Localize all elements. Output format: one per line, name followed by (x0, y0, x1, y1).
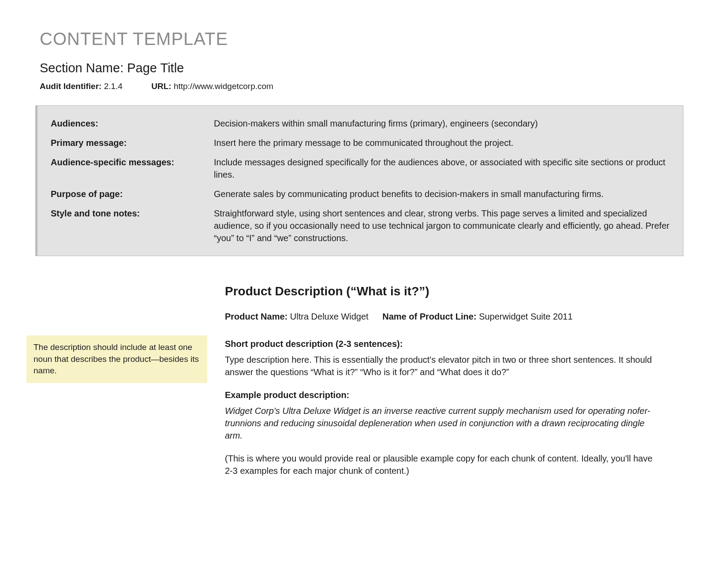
info-label-primary-message: Primary message: (51, 137, 214, 149)
info-row: Audience-specific messages: Include mess… (51, 156, 670, 181)
info-row: Style and tone notes: Straightforward st… (51, 207, 670, 244)
short-description-label: Short product description (2-3 sentences… (225, 338, 662, 350)
info-value-audiences: Decision-makers within small manufacturi… (214, 117, 670, 130)
product-line-value: Superwidget Suite 2011 (479, 312, 572, 321)
main-column: Product Description (“What is it?”) Prod… (225, 283, 688, 488)
body-area: The description should include at least … (40, 283, 688, 488)
product-meta-line: Product Name: Ultra Deluxe Widget Name o… (225, 310, 662, 323)
example-note-text: (This is where you would provide real or… (225, 452, 662, 477)
info-row: Audiences: Decision-makers within small … (51, 117, 670, 130)
info-row: Primary message: Insert here the primary… (51, 137, 670, 149)
url-value: http://www.widgetcorp.com (174, 82, 273, 91)
product-description-heading: Product Description (“What is it?”) (225, 283, 662, 300)
info-label-audiences: Audiences: (51, 117, 214, 130)
section-name-heading: Section Name: Page Title (40, 59, 688, 77)
side-column: The description should include at least … (40, 283, 225, 488)
header-meta-line: Audit Identifier: 2.1.4 URL: http://www.… (40, 81, 688, 93)
short-description-body: Type description here. This is essential… (225, 354, 662, 378)
info-value-primary-message: Insert here the primary message to be co… (214, 137, 670, 149)
product-name-value: Ultra Deluxe Widget (290, 312, 369, 321)
info-value-purpose: Generate sales by communicating product … (214, 188, 670, 200)
info-box: Audiences: Decision-makers within small … (35, 105, 683, 256)
info-label-purpose: Purpose of page: (51, 188, 214, 200)
info-label-style-tone: Style and tone notes: (51, 207, 214, 220)
url-label: URL: (151, 82, 171, 91)
product-line-label: Name of Product Line: (382, 312, 476, 321)
info-value-style-tone: Straightforward style, using short sente… (214, 207, 670, 244)
side-note-box: The description should include at least … (26, 335, 207, 383)
audit-identifier-label: Audit Identifier: (40, 82, 101, 91)
audit-identifier-value: 2.1.4 (104, 82, 123, 91)
info-value-audience-specific: Include messages designed specifically f… (214, 156, 670, 181)
info-label-audience-specific: Audience-specific messages: (51, 156, 214, 168)
example-description-body: Widget Corp's Ultra Deluxe Widget is an … (225, 405, 662, 442)
info-row: Purpose of page: Generate sales by commu… (51, 188, 670, 200)
page-main-title: CONTENT TEMPLATE (40, 26, 688, 51)
product-name-label: Product Name: (225, 312, 287, 321)
example-description-label: Example product description: (225, 389, 662, 401)
